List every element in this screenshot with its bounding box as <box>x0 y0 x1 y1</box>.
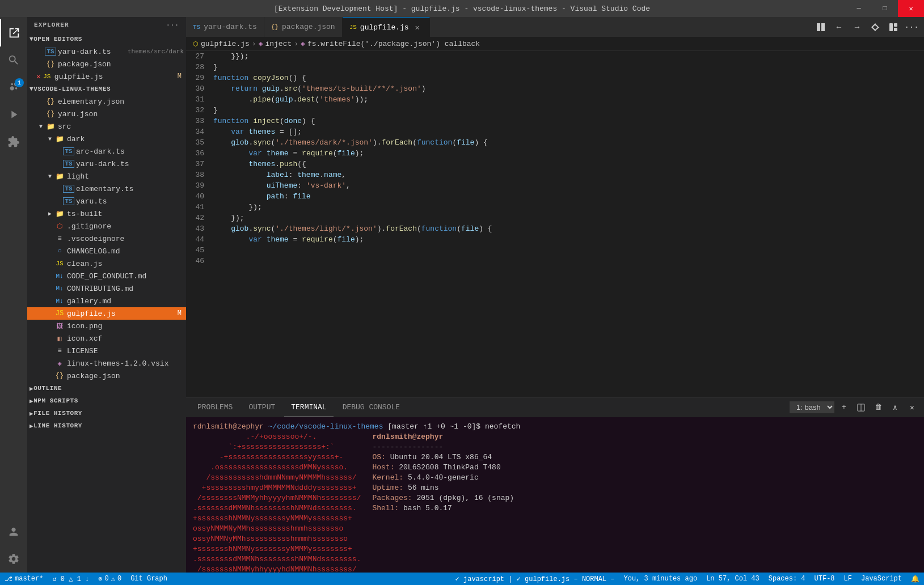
open-editors-section[interactable]: ▼ OPEN EDITORS <box>27 33 186 45</box>
git-icon: ⬡ <box>54 222 65 231</box>
code-line-41: uiTheme: 'vs-dark', <box>213 180 919 191</box>
file-elementary-ts[interactable]: TS elementary.ts <box>27 183 186 195</box>
panel-tab-actions: 1: bash + 🗑 ∧ ✕ <box>790 400 919 415</box>
run-activity-icon[interactable] <box>0 101 27 128</box>
file-vscodeignore[interactable]: ≡ .vscodeignore <box>27 232 186 245</box>
code-content[interactable]: }}); } function copyJson() { return gulp… <box>209 51 919 397</box>
terminal-tab[interactable]: TERMINAL <box>284 397 333 417</box>
git-graph-status[interactable]: Git Graph <box>126 573 172 585</box>
output-tab[interactable]: OUTPUT <box>242 397 282 417</box>
tab-package-json[interactable]: {} package.json <box>264 17 343 37</box>
debug-console-tab[interactable]: DEBUG CONSOLE <box>336 397 407 417</box>
code-line-45: glob.sync('./themes/light/*.json').forEa… <box>213 223 919 234</box>
folder-light-icon: 📁 <box>54 172 65 181</box>
file-package-json[interactable]: {} package.json <box>27 370 186 382</box>
file-vsix[interactable]: ◈ linux-themes-1.2.0.vsix <box>27 357 186 370</box>
panel-up-button[interactable]: ∧ <box>888 400 902 415</box>
line-history-section[interactable]: ▶ LINE HISTORY <box>27 419 186 432</box>
split-editor-button[interactable] <box>813 19 829 35</box>
more-actions-button[interactable]: ··· <box>904 19 919 35</box>
file-contributing[interactable]: M↓ CONTRIBUTING.md <box>27 282 186 295</box>
you-info-status[interactable]: You, 3 minutes ago <box>619 573 702 585</box>
terminal-selector[interactable]: 1: bash <box>790 401 834 413</box>
spaces-status[interactable]: Spaces: 4 <box>764 573 810 585</box>
npm-scripts-section[interactable]: ▶ NPM SCRIPTS <box>27 395 186 407</box>
png-icon: 🖼 <box>54 322 65 330</box>
tab-label: yaru-dark.ts <box>204 23 257 31</box>
file-yaru-json[interactable]: {} yaru.json <box>27 108 186 120</box>
project-section[interactable]: ▼ VSCODE-LINUX-THEMES <box>27 83 186 95</box>
file-icon-png[interactable]: 🖼 icon.png <box>27 320 186 332</box>
editor-scroll-area[interactable]: 27 28 29 30 31 32 33 34 35 36 37 38 39 4… <box>186 51 919 397</box>
code-editor[interactable]: 27 28 29 30 31 32 33 34 35 36 37 38 39 4… <box>186 51 924 397</box>
file-yaru-dark-ts[interactable]: TS yaru-dark.ts <box>27 158 186 170</box>
sidebar: Explorer ··· ▼ OPEN EDITORS TS yaru-dark… <box>27 17 186 573</box>
breadcrumb-callback: fs.writeFile('./package.json') callback <box>307 40 480 48</box>
open-changes-button[interactable] <box>867 19 883 35</box>
file-clean-js[interactable]: JS clean.js <box>27 257 186 270</box>
language-status[interactable]: JavaScript <box>857 573 906 585</box>
open-editor-gulpfile[interactable]: ✕ JS gulpfile.js M <box>27 70 186 83</box>
folder-light[interactable]: ▼ 📁 light <box>27 170 186 183</box>
terminal-content[interactable]: rdnlsmith@zephyr ~/code/vscode-linux-the… <box>186 417 924 573</box>
outline-section[interactable]: ▶ OUTLINE <box>27 382 186 395</box>
go-back-button[interactable]: ← <box>831 19 847 35</box>
notifications-button[interactable]: 🔔 <box>906 573 924 585</box>
code-line-42: path: file <box>213 191 919 202</box>
tab-gulpfile-js[interactable]: JS gulpfile.js ✕ <box>343 17 430 37</box>
explorer-activity-icon[interactable] <box>0 19 27 46</box>
neofetch-ascii: .-/+oossssoo+/-. `:+ssssssssssssssssss+:… <box>193 432 361 573</box>
file-yaru-ts[interactable]: TS yaru.ts <box>27 195 186 207</box>
new-terminal-button[interactable]: + <box>837 400 851 415</box>
svg-rect-2 <box>894 28 897 31</box>
problems-tab[interactable]: PROBLEMS <box>191 397 239 417</box>
file-gallery[interactable]: M↓ gallery.md <box>27 295 186 307</box>
git-branch-status[interactable]: ⎇ master* <box>0 573 48 585</box>
panel: PROBLEMS OUTPUT TERMINAL DEBUG CONSOLE 1… <box>186 397 924 573</box>
close-button[interactable]: ✕ <box>898 0 924 17</box>
folder-icon: 📁 <box>45 122 56 131</box>
tab-close-button[interactable]: ✕ <box>412 23 423 32</box>
file-arc-dark-ts[interactable]: TS arc-dark.ts <box>27 145 186 158</box>
go-forward-button[interactable]: → <box>849 19 865 35</box>
folder-dark[interactable]: ▼ 📁 dark <box>27 133 186 145</box>
extensions-activity-icon[interactable] <box>0 128 27 155</box>
editor-layout-button[interactable] <box>885 19 901 35</box>
code-line-44: }); <box>213 213 919 223</box>
folder-src[interactable]: ▼ 📁 src <box>27 120 186 133</box>
search-activity-icon[interactable] <box>0 46 27 74</box>
file-history-section[interactable]: ▶ FILE HISTORY <box>27 407 186 419</box>
open-editor-yaru-dark[interactable]: TS yaru-dark.ts themes/src/dark <box>27 45 186 58</box>
js-icon: JS <box>54 310 65 317</box>
sidebar-more-button[interactable]: ··· <box>166 22 179 28</box>
code-line-40: label: theme.name, <box>213 169 919 180</box>
validation-status[interactable]: ✓ javascript | ✓ gulpfile.js – NORMAL – <box>451 573 619 585</box>
md-icon: M↓ <box>54 285 65 292</box>
split-terminal-button[interactable] <box>854 400 868 415</box>
settings-activity-icon[interactable] <box>0 545 27 573</box>
breadcrumb: ⬡ gulpfile.js › ◈ inject › ◈ fs.writeFil… <box>186 37 924 51</box>
file-license[interactable]: ≡ LICENSE <box>27 345 186 357</box>
ts-icon: TS <box>45 48 56 56</box>
open-editor-package-json[interactable]: {} package.json <box>27 58 186 70</box>
file-gulpfile[interactable]: JS gulpfile.js M <box>27 307 186 320</box>
file-icon-xcf[interactable]: ◧ icon.xcf <box>27 332 186 345</box>
eol-status[interactable]: LF <box>839 573 857 585</box>
file-code-of-conduct[interactable]: M↓ CODE_OF_CONDUCT.md <box>27 270 186 282</box>
minimize-button[interactable]: ─ <box>846 0 872 17</box>
errors-warnings[interactable]: ⊗ 0 ⚠ 0 <box>94 573 126 585</box>
file-gitignore[interactable]: ⬡ .gitignore <box>27 220 186 232</box>
code-line-39: themes.push({ <box>213 159 919 169</box>
file-changelog[interactable]: ○ CHANGELOG.md <box>27 245 186 257</box>
folder-ts-built[interactable]: ▶ 📁 ts-built <box>27 207 186 220</box>
account-activity-icon[interactable] <box>0 518 27 545</box>
panel-close-button[interactable]: ✕ <box>905 400 919 415</box>
sync-status[interactable]: ↺ 0 △ 1 ↓ <box>48 573 94 585</box>
maximize-button[interactable]: □ <box>872 0 898 17</box>
encoding-status[interactable]: UTF-8 <box>810 573 839 585</box>
source-control-activity-icon[interactable]: 1 <box>0 74 27 101</box>
cursor-position[interactable]: Ln 57, Col 43 <box>702 573 764 585</box>
kill-terminal-button[interactable]: 🗑 <box>871 400 885 415</box>
tab-yaru-dark-ts[interactable]: TS yaru-dark.ts <box>186 17 264 37</box>
file-elementary-json[interactable]: {} elementary.json <box>27 95 186 108</box>
